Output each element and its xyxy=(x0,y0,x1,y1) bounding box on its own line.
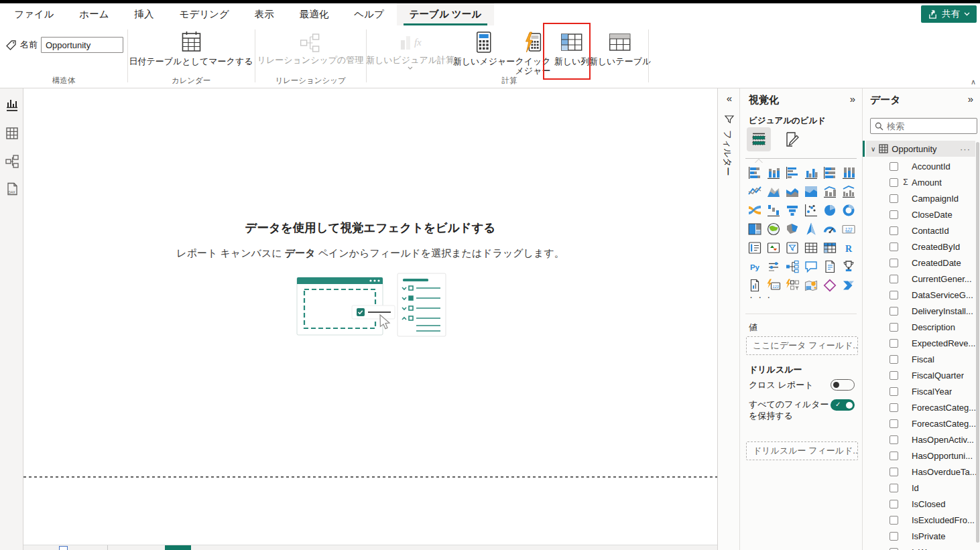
stacked-column-chart-icon[interactable] xyxy=(764,163,783,182)
field-row-15[interactable]: FiscalYear xyxy=(863,383,980,399)
field-checkbox[interactable] xyxy=(890,387,898,396)
clustered-column-chart-icon[interactable] xyxy=(802,163,820,182)
table-name-input[interactable] xyxy=(41,37,123,53)
keep-all-filters-toggle[interactable]: ✓ xyxy=(831,399,855,411)
new-table-button[interactable]: 新しいテーブル xyxy=(589,31,652,66)
active-page-tab[interactable] xyxy=(165,545,191,550)
manage-relationships-button[interactable]: リレーションシップの管理 xyxy=(257,32,364,65)
quick-measure-button[interactable]: クイックメジャー xyxy=(515,31,550,76)
clustered-bar-chart-icon[interactable] xyxy=(783,163,802,182)
field-checkbox[interactable] xyxy=(890,275,898,283)
field-row-4[interactable]: CloseDate xyxy=(863,206,980,222)
field-row-25[interactable]: IsWon xyxy=(863,544,980,550)
field-row-5[interactable]: ContactId xyxy=(863,222,980,238)
filters-pane-label[interactable]: フィルター xyxy=(721,130,733,176)
field-checkbox[interactable] xyxy=(890,194,898,203)
report-canvas[interactable]: データを使用して視覚エフェクトをビルドする レポート キャンバスに データ ペイ… xyxy=(23,88,717,550)
field-checkbox[interactable] xyxy=(890,291,898,299)
table-row-opportunity[interactable]: ∨ Opportunity ··· xyxy=(866,141,975,157)
python-visual-icon[interactable]: Py xyxy=(745,257,764,276)
field-row-24[interactable]: IsPrivate xyxy=(863,528,980,544)
collapse-data-pane-chevron[interactable]: » xyxy=(968,93,973,105)
field-checkbox[interactable] xyxy=(890,419,898,428)
field-row-6[interactable]: CreatedById xyxy=(863,238,980,255)
page-navigation-icon[interactable] xyxy=(59,546,68,550)
field-checkbox[interactable] xyxy=(890,403,898,412)
line-chart-icon[interactable] xyxy=(745,182,764,201)
field-row-10[interactable]: DeliveryInstall... xyxy=(863,303,980,319)
field-checkbox[interactable] xyxy=(890,243,898,251)
field-row-2[interactable]: ΣAmount xyxy=(863,174,980,190)
ribbon-chart-icon[interactable] xyxy=(745,201,764,220)
field-checkbox[interactable] xyxy=(890,435,898,444)
table-view-icon[interactable] xyxy=(0,122,23,145)
menu-tab-1[interactable]: ファイル xyxy=(1,3,66,25)
menu-tab-5[interactable]: 表示 xyxy=(242,3,287,25)
field-row-22[interactable]: IsClosed xyxy=(863,496,980,512)
field-row-19[interactable]: HasOpportuni... xyxy=(863,448,980,464)
r-script-visual-icon[interactable]: R xyxy=(839,238,858,257)
expand-filters-chevron[interactable]: « xyxy=(718,92,741,104)
field-row-16[interactable]: ForecastCateg... xyxy=(863,399,980,415)
100-stacked-bar-chart-icon[interactable] xyxy=(820,163,839,182)
stacked-bar-chart-icon[interactable] xyxy=(745,163,764,182)
format-visual-tab[interactable] xyxy=(780,127,804,151)
menu-tab-6[interactable]: 最適化 xyxy=(287,3,342,25)
menu-tab-7[interactable]: ヘルプ xyxy=(341,3,397,25)
data-pane-scrollbar[interactable] xyxy=(976,142,979,543)
chevron-expanded-icon[interactable]: ∨ xyxy=(871,145,875,153)
collapse-ribbon-chevron[interactable]: ∧ xyxy=(971,78,976,86)
field-row-17[interactable]: ForecastCateg... xyxy=(863,415,980,431)
stacked-area-chart-icon[interactable] xyxy=(783,182,802,201)
treemap-icon[interactable] xyxy=(745,220,764,238)
data-search-input[interactable] xyxy=(887,121,973,131)
menu-tab-4[interactable]: モデリング xyxy=(167,3,242,25)
numeric-range-slicer-icon[interactable] xyxy=(764,257,783,276)
field-row-18[interactable]: HasOpenActiv... xyxy=(863,431,980,448)
field-checkbox[interactable] xyxy=(890,452,898,460)
cross-report-toggle[interactable] xyxy=(831,379,855,391)
field-checkbox[interactable] xyxy=(890,210,898,219)
scatter-chart-icon[interactable] xyxy=(802,201,820,220)
smart-narrative-icon[interactable] xyxy=(820,257,839,276)
line-and-stacked-column-chart-icon[interactable] xyxy=(820,182,839,201)
filled-map-icon[interactable] xyxy=(783,220,802,238)
map-icon[interactable] xyxy=(764,220,783,238)
line-and-clustered-column-chart-icon[interactable] xyxy=(839,182,858,201)
pie-chart-icon[interactable] xyxy=(820,201,839,220)
field-row-13[interactable]: Fiscal xyxy=(863,351,980,367)
more-visuals-button[interactable]: · · · xyxy=(749,293,772,300)
matrix-icon[interactable] xyxy=(820,238,839,257)
field-row-7[interactable]: CreatedDate xyxy=(863,255,980,271)
field-row-14[interactable]: FiscalQuarter xyxy=(863,367,980,383)
report-view-icon[interactable] xyxy=(0,94,23,117)
field-row-12[interactable]: ExpectedReve... xyxy=(863,335,980,351)
field-checkbox[interactable] xyxy=(890,355,898,364)
field-checkbox[interactable] xyxy=(890,259,898,267)
field-row-20[interactable]: HasOverdueTa... xyxy=(863,464,980,480)
decomposition-tree-icon[interactable] xyxy=(783,257,802,276)
build-visual-tab[interactable] xyxy=(747,127,771,151)
kpi-icon[interactable] xyxy=(764,238,783,257)
arcgis-map-icon[interactable] xyxy=(802,276,820,295)
100-stacked-column-chart-icon[interactable] xyxy=(839,163,858,182)
field-checkbox[interactable] xyxy=(890,468,898,476)
menu-tab-2[interactable]: ホーム xyxy=(66,3,121,25)
field-row-23[interactable]: IsExcludedFro... xyxy=(863,512,980,528)
field-checkbox[interactable] xyxy=(890,500,898,508)
gauge-icon[interactable] xyxy=(820,220,839,238)
card-icon[interactable]: 123 xyxy=(839,220,858,238)
power-automate-icon[interactable] xyxy=(839,276,858,295)
drillthrough-field-well[interactable]: ドリルスルー フィールド... xyxy=(746,441,858,460)
new-visual-calculation-button[interactable]: fx 新しいビジュアル計算 xyxy=(366,31,454,70)
field-row-8[interactable]: CurrentGener... xyxy=(863,271,980,287)
area-chart-icon[interactable] xyxy=(764,182,783,201)
values-field-well[interactable]: ここにデータ フィールド... xyxy=(746,336,858,355)
field-checkbox[interactable] xyxy=(890,516,898,525)
multi-row-card-icon[interactable] xyxy=(745,238,764,257)
table-icon[interactable] xyxy=(802,238,820,257)
waterfall-chart-icon[interactable] xyxy=(764,201,783,220)
field-row-3[interactable]: CampaignId xyxy=(863,190,980,206)
field-row-11[interactable]: Description xyxy=(863,319,980,335)
metrics-icon[interactable] xyxy=(839,257,858,276)
